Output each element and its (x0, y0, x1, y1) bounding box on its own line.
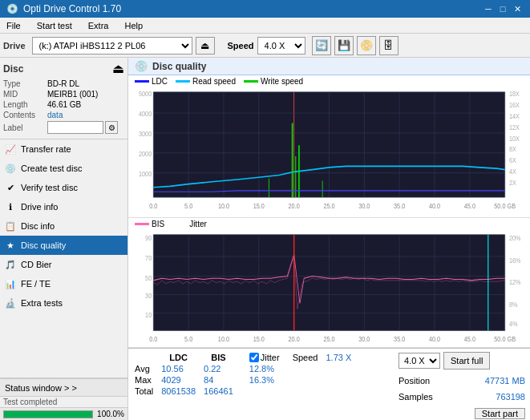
refresh-button[interactable]: 🔄 (312, 36, 331, 55)
sidebar-item-cd-bier[interactable]: 🎵 CD Bier (0, 255, 127, 274)
bis-color (135, 223, 149, 225)
extra-tests-icon: 🔬 (5, 297, 16, 309)
titlebar-title: 💿 Opti Drive Control 1.70 (6, 3, 121, 14)
drive-label: Drive (3, 41, 26, 50)
type-label: Type (3, 79, 47, 88)
svg-text:40.0: 40.0 (429, 201, 440, 210)
ldc-color (135, 80, 149, 83)
bis-total: 166461 (202, 386, 240, 397)
legend-ldc: LDC (135, 77, 168, 86)
svg-text:18X: 18X (509, 90, 520, 99)
samples-label: Samples (399, 392, 433, 402)
start-full-button[interactable]: Start full (443, 352, 490, 370)
charts-area: LDC Read speed Write speed (128, 75, 530, 348)
sidebar-item-disc-info[interactable]: 📋 Disc info (0, 216, 127, 236)
bis-label: BIS (152, 220, 164, 228)
chart2-container: BIS Jitter (128, 218, 530, 348)
svg-text:4X: 4X (509, 167, 516, 176)
svg-text:35.0: 35.0 (394, 201, 405, 210)
sidebar-item-disc-quality[interactable]: ★ Disc quality (0, 236, 127, 255)
save-button[interactable]: 🗄 (379, 36, 399, 55)
speed-select-bottom[interactable]: 4.0 X (399, 353, 440, 369)
svg-text:50: 50 (145, 273, 152, 282)
samples-value: 763198 (496, 392, 525, 402)
status-text-area: Test completed (0, 396, 127, 407)
read-button[interactable]: 📀 (357, 36, 376, 55)
progress-value: 100.0% (96, 410, 124, 418)
menu-start-test[interactable]: Start test (34, 19, 75, 32)
write-button[interactable]: 💾 (334, 36, 354, 55)
progress-bar-outer (3, 410, 93, 418)
jitter-checkbox[interactable] (249, 353, 259, 362)
svg-text:14X: 14X (509, 111, 520, 120)
minimize-button[interactable]: ─ (482, 2, 495, 15)
jitter-label: Jitter (189, 220, 207, 228)
status-window-button[interactable]: Status window > > (0, 378, 127, 396)
contents-value: data (47, 111, 63, 119)
length-value: 46.61 GB (47, 100, 81, 109)
svg-text:12%: 12% (509, 277, 521, 286)
sidebar-item-verify-test-disc[interactable]: ✔ Verify test disc (0, 178, 127, 197)
drive-select[interactable]: (k:) ATAPI iHBS112 2 PL06 (32, 37, 192, 55)
sidebar-item-drive-info[interactable]: ℹ Drive info (0, 197, 127, 216)
svg-text:4%: 4% (509, 319, 518, 328)
sidebar-item-create-test-disc[interactable]: 💿 Create test disc (0, 159, 127, 178)
sidebar-label-drive-info: Drive info (21, 202, 58, 212)
svg-text:20.0: 20.0 (289, 334, 300, 343)
svg-text:30.0: 30.0 (358, 201, 370, 210)
start-part-button[interactable]: Start part (475, 408, 525, 419)
disc-info-icon: 📋 (5, 220, 16, 232)
total-label: Total (133, 386, 160, 397)
avg-label: Avg (133, 363, 160, 374)
disc-label-edit-button[interactable]: ⚙ (105, 121, 118, 134)
status-window-label: Status window > > (5, 383, 77, 393)
disc-label-input[interactable] (47, 121, 103, 134)
maximize-button[interactable]: □ (496, 2, 509, 15)
read-speed-color (176, 80, 190, 83)
eject-button[interactable]: ⏏ (196, 37, 215, 55)
svg-text:0.0: 0.0 (149, 334, 157, 343)
speed-stat-value: 1.73 X (326, 353, 351, 362)
jitter-color (172, 223, 187, 225)
stats-table: LDC BIS Jitter Speed 1.73 X (133, 352, 358, 397)
legend-jitter: Jitter (172, 220, 207, 228)
ldc-label: LDC (152, 77, 168, 86)
menu-file[interactable]: File (3, 19, 24, 32)
position-label: Position (399, 376, 430, 386)
jitter-avg: 12.8% (248, 363, 286, 374)
transfer-rate-icon: 📈 (5, 143, 16, 155)
status-bar: Status window > > Test completed 100.0% (0, 378, 127, 420)
close-button[interactable]: ✕ (511, 2, 524, 15)
menu-help[interactable]: Help (121, 19, 146, 32)
disc-eject-icon[interactable]: ⏏ (112, 61, 124, 76)
bis-col-header: BIS (202, 352, 240, 363)
sidebar-label-cd-bier: CD Bier (21, 260, 52, 269)
svg-text:16%: 16% (509, 256, 521, 265)
speed-label: Speed (228, 41, 254, 50)
svg-text:20.0: 20.0 (289, 201, 300, 210)
svg-text:0.0: 0.0 (149, 201, 157, 210)
disc-quality-header: 💿 Disc quality (128, 58, 530, 75)
chart2-legend: BIS Jitter (128, 218, 530, 230)
speed-select-toolbar[interactable]: 4.0 X (257, 37, 305, 55)
create-test-disc-icon: 💿 (5, 163, 16, 174)
mid-label: MID (3, 90, 47, 99)
svg-text:8%: 8% (509, 300, 518, 309)
main-layout: Disc ⏏ Type BD-R DL MID MEIRB1 (001) Len… (0, 58, 530, 420)
svg-text:4000: 4000 (139, 109, 152, 118)
svg-text:50.0 GB: 50.0 GB (494, 334, 516, 343)
sidebar-item-extra-tests[interactable]: 🔬 Extra tests (0, 293, 127, 313)
menu-extra[interactable]: Extra (85, 19, 112, 32)
ldc-total: 8061538 (160, 386, 202, 397)
jitter-max: 16.3% (248, 374, 286, 386)
svg-text:2000: 2000 (139, 149, 152, 158)
ldc-col-header: LDC (160, 352, 202, 363)
sidebar-item-transfer-rate[interactable]: 📈 Transfer rate (0, 139, 127, 159)
contents-label: Contents (3, 111, 47, 119)
svg-text:5000: 5000 (139, 90, 152, 99)
sidebar-label-disc-quality: Disc quality (21, 240, 66, 250)
write-speed-label: Write speed (261, 77, 303, 86)
sidebar-label-disc-info: Disc info (21, 221, 55, 231)
svg-text:25.0: 25.0 (323, 334, 334, 343)
sidebar-item-fe-te[interactable]: 📊 FE / TE (0, 274, 127, 293)
